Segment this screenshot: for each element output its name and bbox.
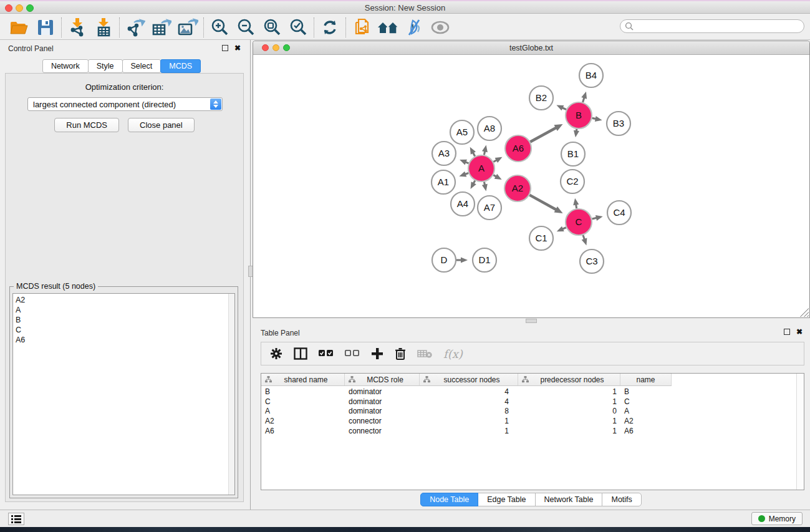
cell-predecessor-nodes[interactable]: 1 bbox=[518, 387, 620, 396]
graph-edge[interactable] bbox=[557, 226, 566, 232]
memory-button[interactable]: Memory bbox=[751, 512, 803, 525]
graph-node-D[interactable]: D bbox=[432, 248, 456, 272]
table-row[interactable]: Adominator80A bbox=[261, 407, 796, 417]
import-network-icon[interactable] bbox=[64, 16, 90, 39]
node-table[interactable]: shared nameMCDS rolesuccessor nodesprede… bbox=[261, 373, 804, 490]
zoom-selected-icon[interactable] bbox=[285, 16, 311, 39]
cell-MCDS-role[interactable]: connector bbox=[345, 417, 420, 425]
table-row[interactable]: A2connector11A2 bbox=[261, 416, 796, 426]
open-folder-icon[interactable] bbox=[6, 16, 32, 39]
network-canvas[interactable]: B4B2BB3A5A8A6B1A3AC2A1A2A4A7C4CC1DD1C3 bbox=[253, 55, 809, 317]
splitter-grip[interactable] bbox=[526, 319, 537, 323]
graph-node-B1[interactable]: B1 bbox=[561, 142, 585, 166]
tab-mcds[interactable]: MCDS bbox=[160, 59, 201, 73]
graph-edge[interactable] bbox=[592, 116, 602, 122]
zoom-out-icon[interactable] bbox=[233, 16, 259, 39]
home-icon[interactable] bbox=[375, 16, 401, 39]
float-panel-icon[interactable] bbox=[784, 329, 790, 335]
graph-edge[interactable] bbox=[556, 105, 566, 110]
cell-MCDS-role[interactable]: dominator bbox=[345, 407, 420, 415]
graph-edge[interactable] bbox=[574, 129, 579, 138]
mcds-result-item[interactable]: C bbox=[16, 325, 234, 335]
show-columns-icon[interactable] bbox=[294, 347, 307, 360]
cell-MCDS-role[interactable]: dominator bbox=[345, 397, 420, 406]
export-image-icon[interactable] bbox=[175, 16, 201, 39]
export-table-icon[interactable] bbox=[148, 16, 175, 39]
graph-node-C4[interactable]: C4 bbox=[607, 201, 631, 225]
graph-node-B3[interactable]: B3 bbox=[607, 112, 630, 135]
graph-edge[interactable] bbox=[482, 145, 488, 155]
cell-name[interactable]: A2 bbox=[620, 417, 672, 425]
export-network-icon[interactable] bbox=[122, 16, 148, 39]
mcds-result-item[interactable]: A2 bbox=[16, 295, 234, 305]
graph-node-A6[interactable]: A6 bbox=[505, 135, 531, 162]
column-header-successor-nodes[interactable]: successor nodes bbox=[420, 374, 518, 385]
select-all-icon[interactable] bbox=[319, 350, 334, 357]
gear-icon[interactable] bbox=[270, 347, 282, 360]
add-column-icon[interactable] bbox=[371, 347, 383, 360]
scrollbar[interactable] bbox=[796, 374, 804, 490]
cell-successor-nodes[interactable]: 1 bbox=[420, 427, 518, 435]
graph-node-C2[interactable]: C2 bbox=[561, 170, 584, 193]
column-header-name[interactable]: name bbox=[620, 374, 672, 385]
graph-edge[interactable] bbox=[530, 124, 562, 142]
close-panel-button[interactable]: Close panel bbox=[128, 118, 195, 132]
tab-network[interactable]: Network bbox=[42, 59, 89, 73]
tab-style[interactable]: Style bbox=[88, 59, 123, 73]
column-header-shared-name[interactable]: shared name bbox=[261, 374, 345, 385]
cell-shared-name[interactable]: B bbox=[261, 387, 345, 396]
table-row[interactable]: A6connector11A6 bbox=[261, 426, 796, 436]
criterion-select[interactable]: largest connected component (directed) bbox=[27, 97, 223, 111]
horizontal-splitter[interactable] bbox=[253, 318, 810, 324]
graph-edge[interactable] bbox=[493, 174, 501, 180]
tab-select[interactable]: Select bbox=[122, 59, 162, 73]
graph-edge[interactable] bbox=[493, 157, 502, 163]
tab-motifs[interactable]: Motifs bbox=[602, 493, 641, 506]
graph-node-A3[interactable]: A3 bbox=[432, 142, 456, 165]
graph-edge[interactable] bbox=[573, 198, 579, 209]
document-share-icon[interactable] bbox=[349, 16, 375, 39]
cell-name[interactable]: C bbox=[620, 397, 672, 406]
graph-node-A2[interactable]: A2 bbox=[504, 175, 531, 201]
cell-predecessor-nodes[interactable]: 0 bbox=[518, 407, 620, 415]
graph-edge[interactable] bbox=[592, 215, 602, 221]
zoom-in-icon[interactable] bbox=[206, 16, 233, 39]
cell-shared-name[interactable]: C bbox=[261, 397, 345, 406]
cell-name[interactable]: B bbox=[620, 387, 672, 396]
select-none-icon[interactable] bbox=[345, 350, 360, 357]
cell-successor-nodes[interactable]: 4 bbox=[420, 387, 518, 396]
graph-node-B2[interactable]: B2 bbox=[529, 86, 553, 110]
graph-edge[interactable] bbox=[582, 235, 587, 246]
graph-node-A8[interactable]: A8 bbox=[478, 117, 501, 140]
network-window-titlebar[interactable]: testGlobe.txt bbox=[253, 41, 809, 55]
graph-edge[interactable] bbox=[460, 160, 469, 165]
network-graph[interactable]: B4B2BB3A5A8A6B1A3AC2A1A2A4A7C4CC1DD1C3 bbox=[253, 55, 809, 317]
cell-shared-name[interactable]: A2 bbox=[261, 417, 345, 425]
graph-edge[interactable] bbox=[529, 195, 562, 213]
mcds-result-item[interactable]: A6 bbox=[16, 335, 234, 345]
cell-name[interactable]: A bbox=[620, 407, 672, 415]
cell-shared-name[interactable]: A bbox=[261, 407, 345, 415]
cell-predecessor-nodes[interactable]: 1 bbox=[518, 427, 620, 435]
column-header-predecessor-nodes[interactable]: predecessor nodes bbox=[518, 374, 620, 385]
graph-edge[interactable] bbox=[482, 182, 488, 191]
refresh-icon[interactable] bbox=[317, 16, 343, 39]
graph-node-A7[interactable]: A7 bbox=[478, 196, 501, 220]
cell-successor-nodes[interactable]: 4 bbox=[420, 397, 518, 406]
resize-grip-icon[interactable] bbox=[800, 308, 809, 317]
column-header-MCDS-role[interactable]: MCDS role bbox=[345, 374, 420, 385]
search-input[interactable] bbox=[620, 19, 804, 33]
task-history-button[interactable] bbox=[8, 513, 24, 525]
close-panel-icon[interactable]: ✖ bbox=[796, 327, 803, 336]
table-row[interactable]: Bdominator41B bbox=[261, 387, 796, 397]
mcds-result-item[interactable]: B bbox=[16, 315, 234, 325]
cell-MCDS-role[interactable]: connector bbox=[345, 427, 420, 435]
cell-predecessor-nodes[interactable]: 1 bbox=[518, 397, 620, 406]
graph-edge[interactable] bbox=[471, 180, 476, 189]
graph-node-B4[interactable]: B4 bbox=[579, 64, 603, 87]
tab-network-table[interactable]: Network Table bbox=[535, 493, 603, 506]
cell-predecessor-nodes[interactable]: 1 bbox=[518, 417, 620, 425]
hide-style-icon[interactable] bbox=[401, 16, 427, 39]
tab-edge-table[interactable]: Edge Table bbox=[478, 493, 535, 506]
graph-node-C1[interactable]: C1 bbox=[529, 226, 553, 250]
